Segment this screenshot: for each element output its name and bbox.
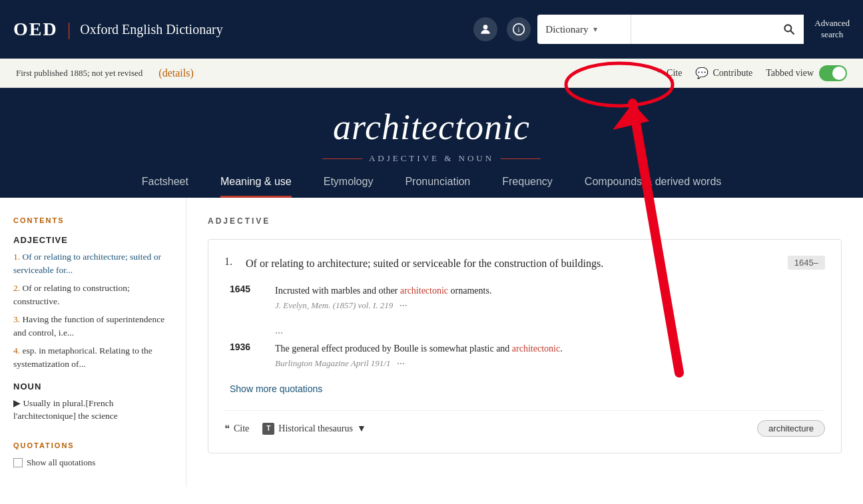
- card-cite-label: Cite: [234, 423, 249, 434]
- tabbed-view-toggle[interactable]: [819, 65, 847, 81]
- header: OED | Oxford English Dictionary i Dictio…: [0, 0, 863, 59]
- sidebar-adjective-label: ADJECTIVE: [13, 235, 172, 245]
- section-label: ADJECTIVE: [208, 216, 842, 226]
- tab-compounds[interactable]: Compounds & derived words: [585, 176, 721, 198]
- def-text: Of or relating to architecture; suited o…: [246, 256, 780, 272]
- quot-word-ref-1936: architectonic: [512, 344, 560, 354]
- user-icon[interactable]: [473, 17, 497, 41]
- quot-text-1645: Incrusted with marbles and other archite…: [275, 284, 820, 298]
- search-dropdown-label: Dictionary: [545, 24, 588, 35]
- sidebar-text-2: Of or relating to construction; construc…: [13, 283, 130, 306]
- info-icon[interactable]: i: [507, 17, 531, 41]
- contents-label: CONTENTS: [13, 216, 172, 224]
- tab-pronunciation[interactable]: Pronunciation: [405, 176, 470, 198]
- advanced-search-link[interactable]: Advanced search: [814, 18, 850, 41]
- sidebar-text-3: Having the function of superintendence a…: [13, 314, 164, 338]
- show-all-checkbox[interactable]: [13, 458, 23, 467]
- word-pos: ADJECTIVE & NOUN: [0, 153, 863, 164]
- header-icons: i: [473, 17, 531, 41]
- tab-etymology[interactable]: Etymology: [324, 176, 374, 198]
- sidebar-item-3: 3. Having the function of superintendenc…: [13, 313, 172, 339]
- show-all-quotations-row: Show all quotations: [13, 457, 172, 468]
- quotation-1936: 1936 The general effect produced by Boul…: [224, 342, 825, 370]
- card-cite-button[interactable]: ❝ Cite: [224, 423, 249, 435]
- content-area: ADJECTIVE 1. Of or relating to architect…: [186, 198, 863, 487]
- show-more-quotations[interactable]: Show more quotations: [230, 383, 322, 394]
- sidebar-num-2: 2.: [13, 283, 20, 293]
- quot-dots-1936[interactable]: ···: [397, 358, 405, 370]
- sidebar-noun-text: ▶ Usually in plural.[French l'architecto…: [13, 398, 118, 421]
- details-link[interactable]: (details): [158, 67, 193, 79]
- quote-icon: ❝: [657, 67, 663, 79]
- cite-button[interactable]: ❝ Cite: [657, 67, 682, 79]
- definition-card-1: 1. Of or relating to architecture; suite…: [208, 239, 842, 453]
- quot-dots-1645[interactable]: ···: [400, 300, 408, 312]
- svg-point-0: [483, 25, 488, 29]
- svg-line-4: [790, 31, 794, 34]
- tab-frequency[interactable]: Frequency: [502, 176, 553, 198]
- sidebar-noun-item: ▶ Usually in plural.[French l'architecto…: [13, 397, 172, 423]
- contribute-button[interactable]: 💬 Contribute: [695, 67, 752, 79]
- show-all-label[interactable]: Show all quotations: [27, 457, 95, 468]
- quot-source-1645: J. Evelyn, Mem. (1857) vol. I. 219 ···: [275, 300, 820, 312]
- chevron-down-icon: ▾: [593, 25, 597, 35]
- pos-line-right: [501, 158, 541, 159]
- contribute-label: Contribute: [713, 68, 752, 79]
- search-input-wrap: [631, 15, 804, 44]
- sidebar-item-1: 1. Of or relating to architecture; suite…: [13, 250, 172, 276]
- sidebar-text-4: esp. in metaphorical. Relating to the sy…: [13, 346, 152, 369]
- sidebar-item-4: 4. esp. in metaphorical. Relating to the…: [13, 344, 172, 370]
- logo-divider: |: [67, 19, 71, 40]
- search-dropdown[interactable]: Dictionary ▾: [537, 15, 631, 44]
- tabbed-view-label: Tabbed view: [766, 68, 814, 79]
- thesaurus-icon: T: [262, 423, 274, 435]
- sidebar-num-3: 3.: [13, 314, 20, 324]
- quot-text-1936: The general effect produced by Boulle is…: [275, 342, 820, 356]
- logo-full: Oxford English Dictionary: [80, 22, 222, 37]
- quot-source-1936: Burlington Magazine April 191/1 ···: [275, 358, 820, 370]
- published-text: First published 1885; not yet revised: [16, 68, 143, 79]
- word-header: architectonic ADJECTIVE & NOUN Factsheet…: [0, 88, 863, 198]
- sidebar-num-4: 4.: [13, 346, 20, 356]
- card-footer: ❝ Cite T Historical thesaurus ▼ architec…: [224, 410, 825, 437]
- card-thesaurus-label: Historical thesaurus: [278, 423, 353, 434]
- quot-year-1645: 1645: [230, 284, 262, 312]
- search-button[interactable]: [774, 15, 804, 44]
- card-quote-icon: ❝: [224, 423, 230, 435]
- quot-content-1936: The general effect produced by Boulle is…: [275, 342, 820, 370]
- tab-factsheet[interactable]: Factsheet: [142, 176, 188, 198]
- quot-word-ref-1645: architectonic: [400, 286, 448, 296]
- pos-line-left: [322, 158, 362, 159]
- svg-point-3: [785, 25, 792, 31]
- tabbed-view-control: Tabbed view: [766, 65, 847, 81]
- logo-area: OED | Oxford English Dictionary: [13, 19, 223, 40]
- word-title: architectonic: [0, 107, 863, 148]
- quot-year-1936: 1936: [230, 342, 262, 370]
- quotation-1645: 1645 Incrusted with marbles and other ar…: [224, 284, 825, 312]
- def-num: 1.: [224, 256, 238, 268]
- def-year-badge: 1645–: [788, 256, 825, 270]
- sidebar-item-2: 2. Of or relating to construction; const…: [13, 282, 172, 308]
- def-header: 1. Of or relating to architecture; suite…: [224, 256, 825, 272]
- main-content: CONTENTS ADJECTIVE 1. Of or relating to …: [0, 198, 863, 487]
- architecture-tag[interactable]: architecture: [757, 420, 825, 437]
- card-thesaurus-button[interactable]: T Historical thesaurus ▼: [262, 423, 366, 435]
- sidebar-link-1[interactable]: Of or relating to architecture; suited o…: [13, 252, 161, 275]
- search-area: Dictionary ▾: [537, 15, 804, 44]
- sidebar-num-1: 1.: [13, 252, 20, 262]
- cite-label: Cite: [667, 68, 682, 79]
- pos-text: ADJECTIVE & NOUN: [369, 153, 494, 164]
- tab-meaning-use[interactable]: Meaning & use: [220, 176, 292, 198]
- sidebar: CONTENTS ADJECTIVE 1. Of or relating to …: [0, 198, 186, 487]
- logo-oed[interactable]: OED: [13, 19, 58, 40]
- quot-content-1645: Incrusted with marbles and other archite…: [275, 284, 820, 312]
- subheader: First published 1885; not yet revised (d…: [0, 59, 863, 88]
- def-text-highlight: uction of buildings.: [520, 258, 603, 269]
- ellipsis-row: ...: [224, 322, 825, 342]
- subheader-actions: ❝ Cite 💬 Contribute Tabbed view: [657, 65, 847, 81]
- thesaurus-arrow-icon: ▼: [357, 423, 366, 434]
- word-nav: Factsheet Meaning & use Etymology Pronun…: [0, 164, 863, 198]
- svg-text:i: i: [518, 25, 520, 33]
- quotations-label: QUOTATIONS: [13, 441, 172, 449]
- comment-icon: 💬: [695, 67, 709, 79]
